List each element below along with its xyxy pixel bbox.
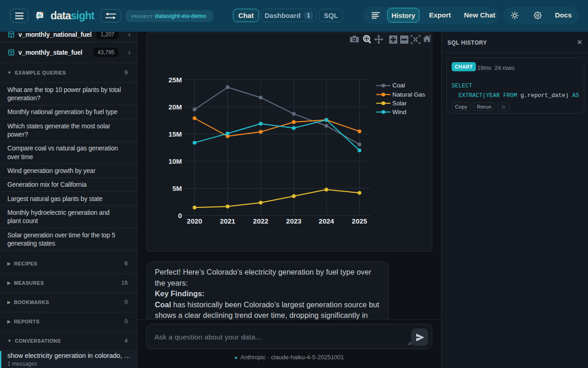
svg-text:20M: 20M	[169, 103, 182, 111]
svg-text:2020: 2020	[187, 217, 202, 225]
svg-text:2024: 2024	[319, 217, 334, 225]
svg-text:2021: 2021	[220, 217, 235, 225]
svg-text:25M: 25M	[169, 76, 182, 84]
svg-text:0: 0	[178, 212, 182, 219]
svg-text:15M: 15M	[169, 130, 182, 138]
svg-text:Solar: Solar	[392, 100, 407, 107]
svg-text:2022: 2022	[253, 217, 268, 225]
svg-text:2023: 2023	[286, 217, 301, 225]
svg-text:2025: 2025	[352, 217, 367, 225]
svg-text:Natural Gas: Natural Gas	[392, 91, 425, 98]
svg-text:5M: 5M	[172, 184, 182, 192]
svg-text:Coal: Coal	[392, 82, 405, 89]
svg-text:Wind: Wind	[392, 109, 407, 115]
svg-text:10M: 10M	[169, 157, 182, 165]
